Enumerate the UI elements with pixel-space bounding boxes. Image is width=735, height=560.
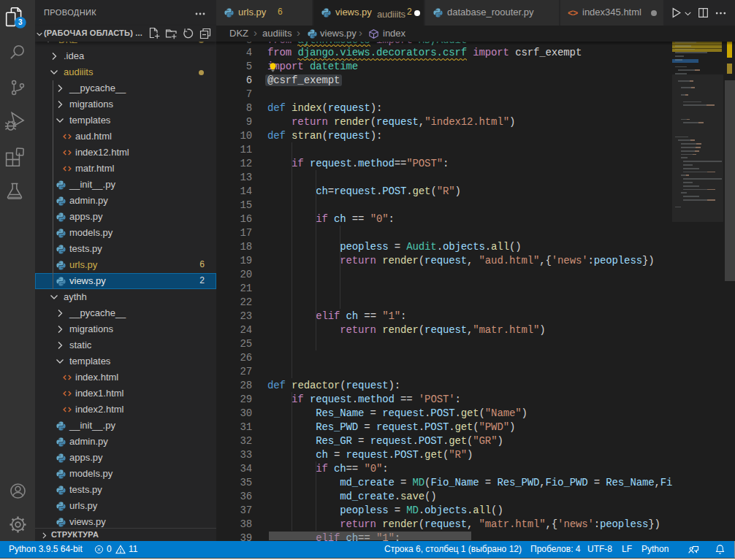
svg-text:3: 3 (18, 18, 23, 26)
